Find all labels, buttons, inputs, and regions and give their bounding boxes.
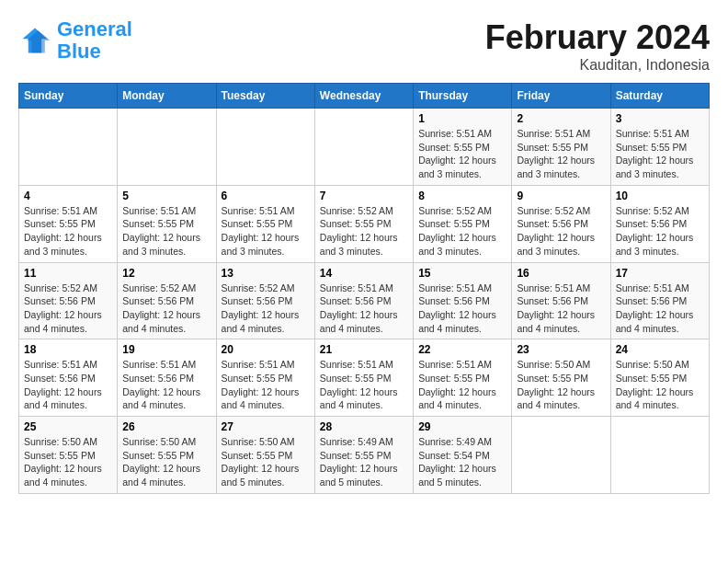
day-info: Sunrise: 5:51 AM Sunset: 5:56 PM Dayligh… xyxy=(418,282,506,336)
calendar-cell: 6Sunrise: 5:51 AM Sunset: 5:55 PM Daylig… xyxy=(216,185,314,262)
day-number: 18 xyxy=(24,343,112,356)
weekday-header: Saturday xyxy=(610,84,709,109)
day-info: Sunrise: 5:51 AM Sunset: 5:55 PM Dayligh… xyxy=(222,204,310,259)
day-number: 19 xyxy=(122,343,210,356)
day-info: Sunrise: 5:52 AM Sunset: 5:56 PM Dayligh… xyxy=(122,282,210,336)
calendar-cell: 19Sunrise: 5:51 AM Sunset: 5:56 PM Dayli… xyxy=(118,339,216,417)
calendar-table: SundayMondayTuesdayWednesdayThursdayFrid… xyxy=(18,83,710,494)
day-info: Sunrise: 5:51 AM Sunset: 5:55 PM Dayligh… xyxy=(616,127,704,181)
day-number: 14 xyxy=(320,267,408,280)
day-info: Sunrise: 5:51 AM Sunset: 5:55 PM Dayligh… xyxy=(320,358,408,412)
day-number: 12 xyxy=(122,267,210,280)
calendar-cell: 8Sunrise: 5:52 AM Sunset: 5:55 PM Daylig… xyxy=(414,185,512,262)
calendar-cell: 17Sunrise: 5:51 AM Sunset: 5:56 PM Dayli… xyxy=(610,262,709,339)
weekday-header: Thursday xyxy=(414,84,512,109)
logo-text: General Blue xyxy=(57,18,132,63)
day-number: 15 xyxy=(418,267,506,280)
day-info: Sunrise: 5:49 AM Sunset: 5:55 PM Dayligh… xyxy=(320,435,408,489)
calendar-cell: 1Sunrise: 5:51 AM Sunset: 5:55 PM Daylig… xyxy=(414,109,512,186)
calendar-cell: 26Sunrise: 5:50 AM Sunset: 5:55 PM Dayli… xyxy=(118,417,216,494)
calendar-cell xyxy=(314,109,413,186)
day-number: 6 xyxy=(222,190,310,202)
calendar-cell: 12Sunrise: 5:52 AM Sunset: 5:56 PM Dayli… xyxy=(118,262,216,339)
calendar-cell: 25Sunrise: 5:50 AM Sunset: 5:55 PM Dayli… xyxy=(19,417,118,494)
calendar-cell: 2Sunrise: 5:51 AM Sunset: 5:55 PM Daylig… xyxy=(512,109,610,186)
day-info: Sunrise: 5:51 AM Sunset: 5:55 PM Dayligh… xyxy=(418,127,506,181)
month-title: February 2024 xyxy=(485,18,710,57)
logo: General Blue xyxy=(18,18,132,63)
calendar-cell: 20Sunrise: 5:51 AM Sunset: 5:55 PM Dayli… xyxy=(216,339,314,417)
page-header: General Blue February 2024 Kauditan, Ind… xyxy=(18,18,710,74)
day-info: Sunrise: 5:50 AM Sunset: 5:55 PM Dayligh… xyxy=(222,435,310,489)
calendar-cell xyxy=(216,109,314,186)
day-info: Sunrise: 5:51 AM Sunset: 5:55 PM Dayligh… xyxy=(517,127,605,181)
day-number: 26 xyxy=(122,420,210,433)
calendar-cell: 22Sunrise: 5:51 AM Sunset: 5:55 PM Dayli… xyxy=(414,339,512,417)
day-info: Sunrise: 5:52 AM Sunset: 5:55 PM Dayligh… xyxy=(418,204,506,259)
day-number: 25 xyxy=(24,420,112,433)
day-info: Sunrise: 5:51 AM Sunset: 5:56 PM Dayligh… xyxy=(616,282,704,336)
calendar-cell: 18Sunrise: 5:51 AM Sunset: 5:56 PM Dayli… xyxy=(19,339,118,417)
day-number: 24 xyxy=(616,343,704,356)
day-number: 3 xyxy=(616,112,704,125)
calendar-cell: 5Sunrise: 5:51 AM Sunset: 5:55 PM Daylig… xyxy=(118,185,216,262)
day-info: Sunrise: 5:49 AM Sunset: 5:54 PM Dayligh… xyxy=(418,435,506,489)
day-info: Sunrise: 5:52 AM Sunset: 5:56 PM Dayligh… xyxy=(24,282,112,336)
calendar-cell: 7Sunrise: 5:52 AM Sunset: 5:55 PM Daylig… xyxy=(314,185,413,262)
day-number: 20 xyxy=(222,343,310,356)
day-number: 8 xyxy=(418,190,506,202)
day-info: Sunrise: 5:52 AM Sunset: 5:55 PM Dayligh… xyxy=(320,204,408,259)
day-number: 10 xyxy=(616,190,704,202)
day-info: Sunrise: 5:50 AM Sunset: 5:55 PM Dayligh… xyxy=(517,358,605,412)
day-info: Sunrise: 5:52 AM Sunset: 5:56 PM Dayligh… xyxy=(222,282,310,336)
calendar-cell: 9Sunrise: 5:52 AM Sunset: 5:56 PM Daylig… xyxy=(512,185,610,262)
day-number: 4 xyxy=(24,190,112,202)
day-info: Sunrise: 5:51 AM Sunset: 5:56 PM Dayligh… xyxy=(517,282,605,336)
calendar-cell: 15Sunrise: 5:51 AM Sunset: 5:56 PM Dayli… xyxy=(414,262,512,339)
day-number: 28 xyxy=(320,420,408,433)
logo-icon xyxy=(18,24,51,57)
logo-blue: Blue xyxy=(57,40,101,63)
calendar-cell: 21Sunrise: 5:51 AM Sunset: 5:55 PM Dayli… xyxy=(314,339,413,417)
calendar-cell: 16Sunrise: 5:51 AM Sunset: 5:56 PM Dayli… xyxy=(512,262,610,339)
day-number: 1 xyxy=(418,112,506,125)
calendar-cell: 27Sunrise: 5:50 AM Sunset: 5:55 PM Dayli… xyxy=(216,417,314,494)
calendar-cell xyxy=(19,109,118,186)
day-info: Sunrise: 5:51 AM Sunset: 5:56 PM Dayligh… xyxy=(24,358,112,412)
weekday-header: Tuesday xyxy=(216,84,314,109)
day-number: 17 xyxy=(616,267,704,280)
weekday-header: Friday xyxy=(512,84,610,109)
day-number: 22 xyxy=(418,343,506,356)
calendar-cell xyxy=(118,109,216,186)
day-number: 13 xyxy=(222,267,310,280)
day-info: Sunrise: 5:51 AM Sunset: 5:55 PM Dayligh… xyxy=(24,204,112,259)
calendar-week-row: 25Sunrise: 5:50 AM Sunset: 5:55 PM Dayli… xyxy=(19,417,710,494)
day-number: 2 xyxy=(517,112,605,125)
day-info: Sunrise: 5:52 AM Sunset: 5:56 PM Dayligh… xyxy=(517,204,605,259)
day-number: 11 xyxy=(24,267,112,280)
calendar-week-row: 18Sunrise: 5:51 AM Sunset: 5:56 PM Dayli… xyxy=(19,339,710,417)
calendar-cell: 14Sunrise: 5:51 AM Sunset: 5:56 PM Dayli… xyxy=(314,262,413,339)
day-info: Sunrise: 5:51 AM Sunset: 5:56 PM Dayligh… xyxy=(320,282,408,336)
weekday-header: Wednesday xyxy=(314,84,413,109)
location-subtitle: Kauditan, Indonesia xyxy=(485,57,710,74)
day-info: Sunrise: 5:50 AM Sunset: 5:55 PM Dayligh… xyxy=(122,435,210,489)
day-number: 27 xyxy=(222,420,310,433)
day-number: 5 xyxy=(122,190,210,202)
weekday-header: Sunday xyxy=(19,84,118,109)
day-info: Sunrise: 5:52 AM Sunset: 5:56 PM Dayligh… xyxy=(616,204,704,259)
calendar-week-row: 1Sunrise: 5:51 AM Sunset: 5:55 PM Daylig… xyxy=(19,109,710,186)
day-info: Sunrise: 5:51 AM Sunset: 5:55 PM Dayligh… xyxy=(122,204,210,259)
calendar-cell: 11Sunrise: 5:52 AM Sunset: 5:56 PM Dayli… xyxy=(19,262,118,339)
weekday-header-row: SundayMondayTuesdayWednesdayThursdayFrid… xyxy=(19,84,710,109)
calendar-cell: 24Sunrise: 5:50 AM Sunset: 5:55 PM Dayli… xyxy=(610,339,709,417)
calendar-week-row: 11Sunrise: 5:52 AM Sunset: 5:56 PM Dayli… xyxy=(19,262,710,339)
calendar-week-row: 4Sunrise: 5:51 AM Sunset: 5:55 PM Daylig… xyxy=(19,185,710,262)
day-number: 7 xyxy=(320,190,408,202)
logo-general: General xyxy=(57,17,132,40)
calendar-cell: 10Sunrise: 5:52 AM Sunset: 5:56 PM Dayli… xyxy=(610,185,709,262)
weekday-header: Monday xyxy=(118,84,216,109)
calendar-cell: 29Sunrise: 5:49 AM Sunset: 5:54 PM Dayli… xyxy=(414,417,512,494)
day-info: Sunrise: 5:50 AM Sunset: 5:55 PM Dayligh… xyxy=(24,435,112,489)
calendar-cell xyxy=(512,417,610,494)
